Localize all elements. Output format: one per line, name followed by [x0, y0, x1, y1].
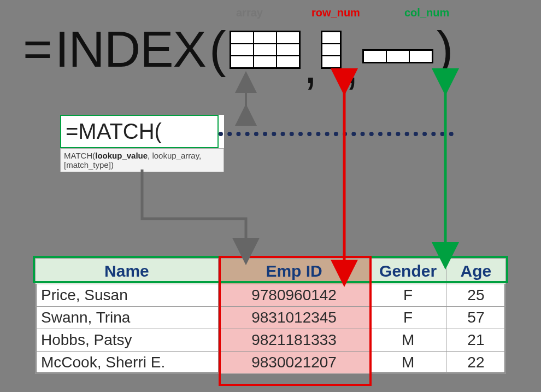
index-formula: = INDEX ( , , ): [23, 24, 453, 74]
match-tooltip-bold: lookup_value: [95, 151, 148, 160]
match-tooltip-prefix: MATCH(: [64, 151, 95, 160]
header-age: Age: [446, 259, 505, 284]
cell-name: Swann, Trina: [36, 307, 219, 329]
cell-age: 25: [446, 284, 505, 307]
cell-empid: 9831012345: [218, 307, 369, 329]
label-col-num: col_num: [404, 7, 449, 19]
cell-name: Price, Susan: [36, 284, 219, 307]
cell-age: 57: [446, 307, 505, 329]
cell-age: 22: [446, 352, 505, 374]
label-row-num: row_num: [311, 7, 360, 19]
cell-gender: M: [370, 329, 446, 352]
cell-gender: F: [370, 284, 446, 307]
cell-name: McCook, Sherri E.: [36, 352, 219, 374]
cell-empid: 9780960142: [218, 284, 369, 307]
header-gender: Gender: [370, 259, 446, 284]
col-num-grid-icon: [362, 49, 433, 63]
table-row: Price, Susan 9780960142 F 25: [36, 284, 506, 307]
cell-gender: F: [370, 307, 446, 329]
match-tooltip: MATCH(lookup_value, lookup_array, [match…: [60, 148, 224, 172]
label-array: array: [236, 7, 263, 19]
match-input[interactable]: =MATCH(: [60, 115, 219, 148]
table-row: McCook, Sherri E. 9830021207 M 22: [36, 352, 506, 374]
formula-comma-2: ,: [345, 51, 359, 81]
cell-gender: M: [370, 352, 446, 374]
formula-open-paren: (: [209, 24, 226, 74]
table-header-row: Name Emp ID Gender Age: [36, 259, 506, 284]
arrow-match-to-table: [142, 169, 246, 251]
row-num-grid-icon: [321, 31, 342, 69]
match-dotted-connector: [219, 132, 454, 136]
cell-empid: 9830021207: [218, 352, 369, 374]
table-row: Hobbs, Patsy 9821181333 M 21: [36, 329, 506, 352]
header-empid: Emp ID: [218, 259, 369, 284]
formula-func: INDEX: [55, 24, 206, 74]
formula-close-paren: ): [437, 24, 454, 74]
formula-comma-1: ,: [304, 51, 318, 81]
match-formula-box: =MATCH( MATCH(lookup_value, lookup_array…: [60, 115, 224, 172]
table-row: Swann, Trina 9831012345 F 57: [36, 307, 506, 329]
formula-equals: =: [23, 24, 52, 74]
array-grid-icon: [230, 31, 301, 69]
employee-table: Name Emp ID Gender Age Price, Susan 9780…: [33, 256, 508, 376]
cell-age: 21: [446, 329, 505, 352]
cell-empid: 9821181333: [218, 329, 369, 352]
cell-name: Hobbs, Patsy: [36, 329, 219, 352]
header-name: Name: [36, 259, 219, 284]
